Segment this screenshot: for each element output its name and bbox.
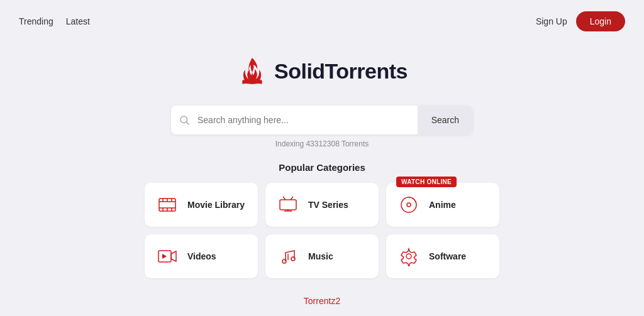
- music-icon: [277, 245, 299, 268]
- svg-rect-11: [280, 200, 296, 210]
- login-button[interactable]: Login: [576, 11, 625, 31]
- logo-section: SolidTorrents: [0, 55, 644, 87]
- footer-section: Torrentz2: [0, 296, 644, 306]
- svg-marker-19: [171, 251, 176, 261]
- tv-series-label: TV Series: [308, 200, 348, 210]
- nav-left: Trending Latest: [19, 16, 90, 26]
- anime-label: Anime: [429, 200, 456, 210]
- disc-icon: [397, 193, 420, 216]
- svg-point-17: [407, 203, 411, 207]
- movie-library-label: Movie Library: [187, 200, 245, 210]
- category-anime[interactable]: WATCH ONLINE Anime: [386, 183, 499, 227]
- logo-row: SolidTorrents: [236, 55, 408, 87]
- search-button[interactable]: Search: [418, 106, 473, 134]
- logo-text: SolidTorrents: [274, 59, 408, 84]
- svg-point-23: [406, 254, 411, 259]
- search-bar: Search: [171, 106, 473, 134]
- nav-trending[interactable]: Trending: [19, 16, 53, 26]
- signup-link[interactable]: Sign Up: [536, 16, 567, 26]
- search-icon-wrap: [171, 114, 197, 126]
- music-label: Music: [308, 251, 333, 261]
- video-icon: [156, 245, 179, 268]
- category-movie-library[interactable]: Movie Library: [145, 183, 258, 227]
- svg-point-0: [180, 116, 187, 123]
- torrentz2-link[interactable]: Torrentz2: [304, 296, 340, 306]
- watch-online-badge: WATCH ONLINE: [396, 177, 457, 187]
- tv-icon: [277, 193, 299, 216]
- search-icon: [179, 114, 190, 126]
- videos-label: Videos: [187, 251, 216, 261]
- navbar: Trending Latest Sign Up Login: [0, 0, 644, 43]
- gear-icon: [397, 245, 420, 268]
- category-software[interactable]: Software: [386, 234, 499, 278]
- search-section: Search Indexing 43312308 Torrents: [0, 106, 644, 148]
- svg-marker-20: [162, 254, 167, 259]
- category-videos[interactable]: Videos: [145, 234, 258, 278]
- categories-title: Popular Categories: [279, 162, 365, 173]
- categories-section: Popular Categories Movie Library: [0, 162, 644, 278]
- svg-line-1: [186, 122, 189, 124]
- categories-grid: Movie Library TV Series WATCH ONLINE: [145, 183, 499, 278]
- category-music[interactable]: Music: [265, 234, 379, 278]
- category-tv-series[interactable]: TV Series: [265, 183, 379, 227]
- logo-icon: [236, 55, 268, 87]
- nav-latest[interactable]: Latest: [66, 16, 90, 26]
- film-icon: [156, 193, 179, 216]
- software-label: Software: [429, 251, 466, 261]
- svg-point-16: [401, 197, 416, 212]
- nav-right: Sign Up Login: [536, 11, 625, 31]
- index-text: Indexing 43312308 Torrents: [275, 139, 369, 148]
- search-input[interactable]: [197, 115, 418, 125]
